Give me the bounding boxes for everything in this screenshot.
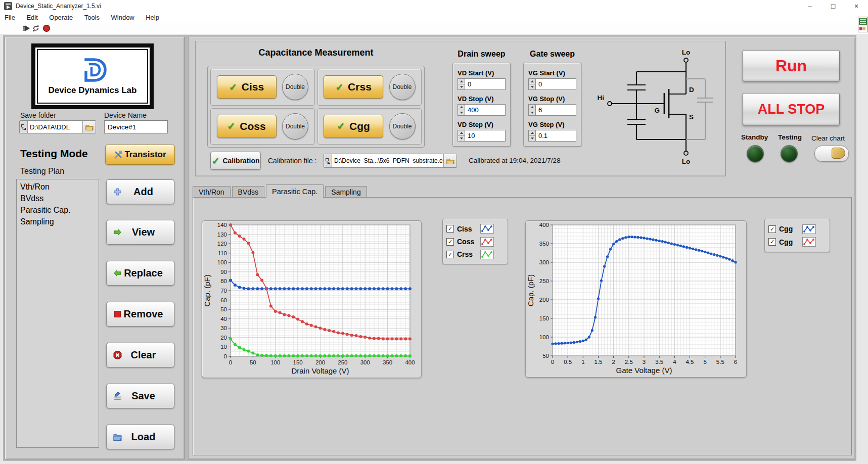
menu-file[interactable]: File xyxy=(0,12,20,23)
svg-text:120: 120 xyxy=(217,241,227,247)
plot-style-icon[interactable] xyxy=(802,224,816,234)
testing-plan-listbox[interactable]: Vth/Ron BVdss Parasitic Cap. Sampling xyxy=(16,179,99,448)
load-button[interactable]: Load xyxy=(106,425,174,449)
calibration-file-input[interactable]: D:\Device_Sta...\5x6_PDFN_substrate.csv xyxy=(332,154,443,167)
tab-vth-ron[interactable]: Vth/Ron xyxy=(193,186,231,198)
browse-save-folder-button[interactable] xyxy=(82,121,96,133)
vg-step-input[interactable]: 0.1 xyxy=(536,130,576,142)
drain-sweep-group: VD Start (V) 0 VD Stop (V) 400 VD Step (… xyxy=(452,63,511,147)
maximize-button[interactable]: □ xyxy=(821,0,845,12)
svg-text:5.5: 5.5 xyxy=(716,359,724,365)
device-name-label: Device Name xyxy=(104,111,147,119)
menu-tools[interactable]: Tools xyxy=(80,12,104,23)
svg-text:1: 1 xyxy=(581,359,584,365)
main-panel: Capacitance Measurement ✓ Ciss Double ✓ … xyxy=(188,37,855,459)
ciss-button[interactable]: ✓ Ciss xyxy=(217,75,277,99)
vd-start-input[interactable]: 0 xyxy=(465,78,506,90)
coss-button[interactable]: ✓ Coss xyxy=(217,115,277,138)
crss-button[interactable]: ✓ Crss xyxy=(324,75,383,99)
svg-text:50: 50 xyxy=(220,306,227,312)
ciss-double-button[interactable]: Double xyxy=(282,74,308,100)
close-button[interactable]: × xyxy=(845,0,868,12)
save-folder-label: Save folder xyxy=(20,111,56,119)
plot-style-icon[interactable] xyxy=(480,224,494,234)
cgg-checkbox[interactable]: ✓ xyxy=(768,238,776,246)
source-label: S xyxy=(689,113,694,121)
spinner-icon[interactable] xyxy=(528,104,536,116)
svg-text:0.5: 0.5 xyxy=(564,359,572,365)
menu-operate[interactable]: Operate xyxy=(44,12,77,23)
gate-voltage-chart[interactable]: 00.511.522.533.544.555.56501001502002503… xyxy=(525,220,747,378)
plot-style-icon[interactable] xyxy=(802,237,816,247)
list-item[interactable]: Parasitic Cap. xyxy=(20,204,95,216)
tab-bvdss[interactable]: BVdss xyxy=(232,186,264,198)
abort-icon[interactable] xyxy=(42,24,51,32)
run-continuous-icon[interactable] xyxy=(32,24,40,32)
transistor-mode-button[interactable]: Transistor xyxy=(105,145,175,165)
all-stop-button[interactable]: ALL STOP xyxy=(743,93,840,125)
view-button[interactable]: View xyxy=(106,220,174,245)
cgg-double-button[interactable]: Double xyxy=(389,113,416,140)
plot-style-icon[interactable] xyxy=(480,250,494,259)
vg-start-input[interactable]: 0 xyxy=(536,78,576,90)
menu-edit[interactable]: Edit xyxy=(22,12,42,23)
cgg-checkbox[interactable]: ✓ xyxy=(768,225,776,233)
svg-text:50: 50 xyxy=(250,359,256,365)
drain-voltage-chart[interactable]: 0501001502002503003504000102030405060708… xyxy=(202,220,422,378)
vi-thumbnail-icon[interactable] xyxy=(858,17,868,32)
remove-button[interactable]: Remove xyxy=(106,302,174,327)
save-button[interactable]: Save xyxy=(106,384,174,408)
replace-button[interactable]: Replace xyxy=(106,261,174,286)
add-button[interactable]: Add xyxy=(106,179,174,204)
svg-text:2.5: 2.5 xyxy=(625,359,633,365)
coss-double-button[interactable]: Double xyxy=(282,113,308,140)
svg-text:200: 200 xyxy=(539,297,549,303)
svg-text:110: 110 xyxy=(218,250,227,256)
ciss-checkbox[interactable]: ✓ xyxy=(446,225,454,233)
spinner-icon[interactable] xyxy=(528,78,536,90)
svg-text:150: 150 xyxy=(539,315,549,321)
spinner-icon[interactable] xyxy=(528,130,536,142)
standby-led xyxy=(747,145,764,162)
svg-text:130: 130 xyxy=(217,231,227,238)
calibrated-at-text: Calibrated at 19:04, 2021/7/28 xyxy=(469,157,561,164)
legend-row-cgg-2: ✓ Cgg xyxy=(768,236,826,248)
spinner-icon[interactable] xyxy=(458,78,465,90)
svg-text:300: 300 xyxy=(360,359,370,365)
sidebar-panel: Device Dynamics Lab Save folder D:\DATA\… xyxy=(5,37,185,459)
vd-step-input[interactable]: 10 xyxy=(465,130,506,142)
spinner-icon[interactable] xyxy=(458,130,465,142)
device-name-input[interactable]: Device#1 xyxy=(104,120,168,133)
save-folder-input[interactable]: D:\DATA\DDL xyxy=(28,121,82,133)
spinner-icon[interactable] xyxy=(458,104,465,116)
drain-sweep-title: Drain sweep xyxy=(452,50,511,59)
vd-stop-input[interactable]: 400 xyxy=(465,104,506,116)
minimize-button[interactable]: – xyxy=(798,0,821,12)
crss-double-button[interactable]: Double xyxy=(389,74,416,100)
plot-style-icon[interactable] xyxy=(480,237,494,247)
list-item[interactable]: BVdss xyxy=(20,193,95,204)
svg-text:10: 10 xyxy=(220,344,227,350)
coss-checkbox[interactable]: ✓ xyxy=(446,238,454,246)
crss-checkbox[interactable]: ✓ xyxy=(446,251,454,258)
tab-sampling[interactable]: Sampling xyxy=(325,186,367,198)
list-item[interactable]: Sampling xyxy=(20,216,95,227)
menu-window[interactable]: Window xyxy=(107,12,139,23)
browse-calibration-file-button[interactable] xyxy=(443,154,456,167)
svg-text:150: 150 xyxy=(293,359,303,365)
vg-stop-input[interactable]: 6 xyxy=(536,104,576,116)
tab-parasitic-cap[interactable]: Parasitic Cap. xyxy=(266,184,324,198)
save-disk-icon xyxy=(113,392,122,400)
clear-button[interactable]: Clear xyxy=(106,343,174,367)
svg-text:100: 100 xyxy=(217,259,227,265)
run-arrow-icon[interactable] xyxy=(23,24,31,32)
folder-icon xyxy=(85,124,94,130)
cgg-button[interactable]: ✓ Cgg xyxy=(324,115,383,138)
menu-help[interactable]: Help xyxy=(141,12,164,23)
clear-chart-toggle[interactable] xyxy=(814,146,849,162)
list-item[interactable]: Vth/Ron xyxy=(20,181,95,193)
vg-stop-field: 6 xyxy=(528,104,576,116)
run-button[interactable]: Run xyxy=(743,50,840,81)
hi-label: Hi xyxy=(598,94,605,102)
calibration-button[interactable]: ✓ Calibration xyxy=(210,152,261,170)
